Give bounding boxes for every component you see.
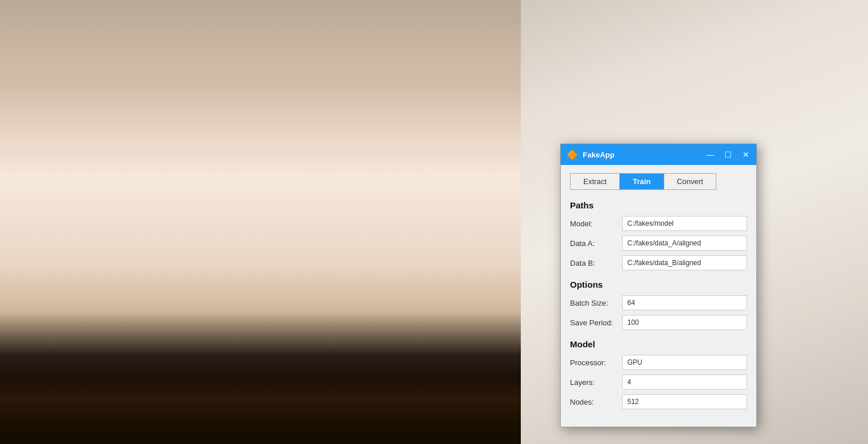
person-area xyxy=(0,0,521,444)
nodes-input[interactable] xyxy=(622,394,747,409)
batch-size-input[interactable] xyxy=(622,295,747,310)
nodes-row: Nodes: xyxy=(570,394,747,409)
layers-label: Layers: xyxy=(570,378,622,387)
data-a-row: Data A: xyxy=(570,236,747,251)
data-b-input[interactable] xyxy=(622,255,747,270)
window-content: Extract Train Convert Paths Model: Data … xyxy=(561,165,756,427)
save-period-input[interactable] xyxy=(622,315,747,330)
minimize-button[interactable]: — xyxy=(705,151,715,159)
title-bar: 🔶 FakeApp — ☐ ✕ xyxy=(561,144,756,165)
layers-input[interactable] xyxy=(622,375,747,390)
tab-bar: Extract Train Convert xyxy=(570,173,716,190)
save-period-row: Save Period: xyxy=(570,315,747,330)
title-bar-left: 🔶 FakeApp xyxy=(567,149,615,160)
maximize-button[interactable]: ☐ xyxy=(723,151,733,159)
tab-convert[interactable]: Convert xyxy=(664,174,716,189)
options-title: Options xyxy=(570,280,747,289)
model-label: Model: xyxy=(570,219,622,228)
save-period-label: Save Period: xyxy=(570,318,622,327)
model-row: Model: xyxy=(570,216,747,231)
model-input[interactable] xyxy=(622,216,747,231)
layers-row: Layers: xyxy=(570,375,747,390)
options-section: Options Batch Size: Save Period: xyxy=(570,280,747,330)
close-button[interactable]: ✕ xyxy=(741,151,751,159)
processor-input[interactable] xyxy=(622,355,747,370)
title-bar-controls: — ☐ ✕ xyxy=(705,151,751,159)
batch-size-row: Batch Size: xyxy=(570,295,747,310)
processor-row: Processor: xyxy=(570,355,747,370)
nodes-label: Nodes: xyxy=(570,398,622,406)
app-icon: 🔶 xyxy=(567,149,578,160)
processor-label: Processor: xyxy=(570,358,622,367)
app-window: 🔶 FakeApp — ☐ ✕ Extract Train Convert Pa… xyxy=(560,144,757,427)
data-a-label: Data A: xyxy=(570,239,622,248)
tab-train[interactable]: Train xyxy=(620,174,664,189)
paths-section: Paths Model: Data A: Data B: xyxy=(570,200,747,270)
data-a-input[interactable] xyxy=(622,236,747,251)
paths-title: Paths xyxy=(570,200,747,210)
batch-size-label: Batch Size: xyxy=(570,299,622,307)
model-section-title: Model xyxy=(570,339,747,349)
data-b-row: Data B: xyxy=(570,255,747,270)
tab-extract[interactable]: Extract xyxy=(571,174,620,189)
model-section: Model Processor: Layers: Nodes: xyxy=(570,339,747,409)
data-b-label: Data B: xyxy=(570,259,622,267)
window-title: FakeApp xyxy=(583,151,615,159)
